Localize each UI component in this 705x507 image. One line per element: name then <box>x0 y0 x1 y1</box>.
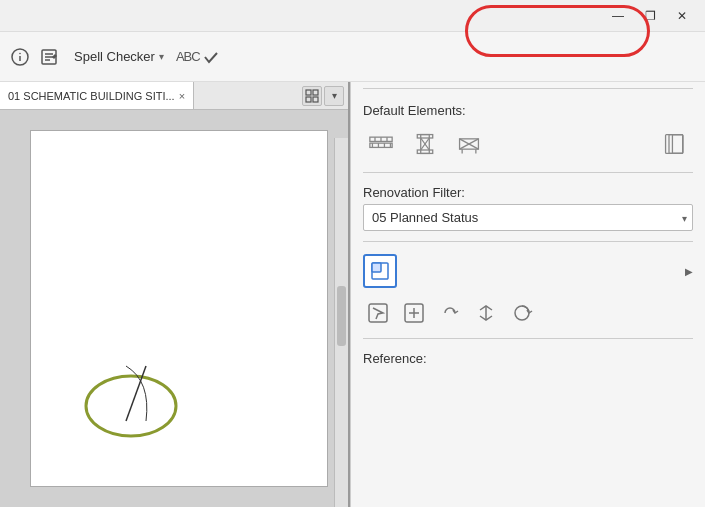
tab-close-button[interactable]: × <box>179 90 185 102</box>
tab-dropdown-icon[interactable]: ▾ <box>324 86 344 106</box>
title-bar-buttons: — ❐ ✕ <box>603 5 697 27</box>
tab-bar: 01 SCHEMATIC BUILDING SITI... × ▾ <box>0 82 348 110</box>
wall-element-button[interactable] <box>363 126 399 162</box>
tab-controls: ▾ <box>302 86 348 106</box>
select-tool-button[interactable] <box>363 298 393 328</box>
renovation-filter-label: Renovation Filter: <box>363 185 693 200</box>
tools-row-2 <box>351 294 705 332</box>
svg-rect-7 <box>306 90 311 95</box>
svg-rect-32 <box>666 135 683 154</box>
check-mark-icon <box>202 48 220 66</box>
abc-text: ABC <box>176 49 200 64</box>
main-area: 01 SCHEMATIC BUILDING SITI... × ▾ <box>0 82 705 507</box>
svg-rect-33 <box>669 135 683 154</box>
renovation-filter-select-wrapper[interactable]: 05 Planned Status ▾ <box>363 204 693 231</box>
svg-point-2 <box>19 52 21 54</box>
column-icon <box>413 132 437 156</box>
toolbar: Spell Checker ▾ ABC <box>0 32 705 82</box>
reference-label: Reference: <box>351 345 705 370</box>
add-tool-button[interactable] <box>399 298 429 328</box>
svg-rect-34 <box>672 135 682 154</box>
lower-separator <box>363 241 693 242</box>
svg-rect-23 <box>417 135 432 138</box>
scrollbar-thumb[interactable] <box>337 286 346 346</box>
vertical-scrollbar[interactable] <box>334 138 348 507</box>
left-panel: 01 SCHEMATIC BUILDING SITI... × ▾ <box>0 82 350 507</box>
renovation-section: Renovation Filter: 05 Planned Status ▾ <box>351 179 705 235</box>
title-bar: — ❐ ✕ <box>0 0 705 32</box>
rotate-icon <box>439 302 461 324</box>
floor-plan-tool-button[interactable] <box>363 254 397 288</box>
multilayer-icon <box>663 132 687 156</box>
add-icon <box>403 302 425 324</box>
document-tab[interactable]: 01 SCHEMATIC BUILDING SITI... × <box>0 82 194 109</box>
right-panel: Default Elements: <box>350 82 705 507</box>
logo-drawing <box>61 311 221 451</box>
top-separator <box>363 88 693 89</box>
tab-dropdown-arrow: ▾ <box>332 90 337 101</box>
swap-tool-button[interactable] <box>471 298 501 328</box>
document-page <box>30 130 328 487</box>
svg-rect-24 <box>417 150 432 153</box>
beam-icon <box>457 132 481 156</box>
multilayer-element-button[interactable] <box>657 126 693 162</box>
wall-icon <box>369 132 393 156</box>
mid-separator <box>363 172 693 173</box>
tab-layout-icon[interactable] <box>302 86 322 106</box>
renovation-filter-select[interactable]: 05 Planned Status <box>363 204 693 231</box>
info-icon[interactable] <box>8 45 32 69</box>
floor-plan-icon <box>369 260 391 282</box>
close-button[interactable]: ✕ <box>667 5 697 27</box>
edit-icon[interactable] <box>38 45 62 69</box>
tools-row-1: ▶ <box>351 248 705 294</box>
spell-checker-dropdown-arrow: ▾ <box>159 51 164 62</box>
document-canvas <box>0 110 348 507</box>
refresh-tool-button[interactable] <box>507 298 537 328</box>
select-icon <box>367 302 389 324</box>
svg-rect-9 <box>306 97 311 102</box>
minimize-button[interactable]: — <box>603 5 633 27</box>
svg-rect-8 <box>313 90 318 95</box>
swap-icon <box>475 302 497 324</box>
tab-label: 01 SCHEMATIC BUILDING SITI... <box>8 90 175 102</box>
svg-rect-10 <box>313 97 318 102</box>
refresh-icon <box>511 302 533 324</box>
restore-button[interactable]: ❐ <box>635 5 665 27</box>
default-elements-label: Default Elements: <box>351 95 705 122</box>
tools-expand-arrow[interactable]: ▶ <box>685 266 693 277</box>
spell-checker-label: Spell Checker <box>74 49 155 64</box>
svg-rect-36 <box>372 263 381 272</box>
svg-rect-14 <box>370 143 392 147</box>
beam-element-button[interactable] <box>451 126 487 162</box>
abc-check-icon-group: ABC <box>176 48 220 66</box>
bottom-separator <box>363 338 693 339</box>
rotate-tool-button[interactable] <box>435 298 465 328</box>
default-elements-row <box>351 122 705 166</box>
spell-checker-button[interactable]: Spell Checker ▾ <box>68 45 170 68</box>
column-element-button[interactable] <box>407 126 443 162</box>
